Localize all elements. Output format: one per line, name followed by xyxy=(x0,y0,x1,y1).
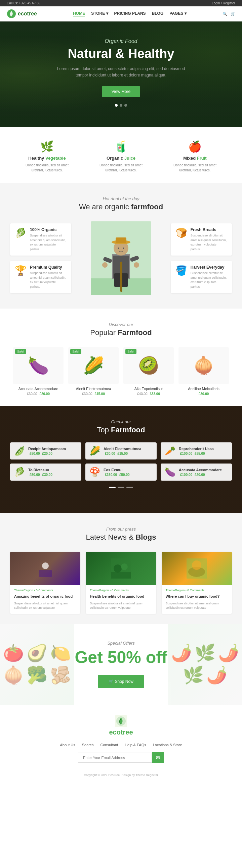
farm-card-4[interactable]: 🥬 To Dictasuo £50.00 £30.00 xyxy=(10,464,81,480)
farm-card-3-price: £100.00 £55.00 xyxy=(179,452,214,456)
product-onion-img: 🧅 xyxy=(179,347,229,384)
svg-rect-16 xyxy=(120,261,122,292)
nav-pricing[interactable]: PRICING PLANS xyxy=(114,11,146,17)
blog-title-3[interactable]: Where can I buy organic food? xyxy=(166,594,228,599)
farm-card-6-icon: 🍆 xyxy=(165,467,176,477)
farm-card-6-title: Accusata Accommodare xyxy=(179,468,222,472)
shop-now-button[interactable]: 🛒 Shop Now xyxy=(98,675,144,688)
deal-card-quality-title: Premium Quality xyxy=(30,265,66,270)
farm-card-3[interactable]: 🥕 Reprehenderit Ussa £100.00 £55.00 xyxy=(161,442,232,460)
farm-card-5-price: £150.00 £50.00 xyxy=(104,473,130,476)
hotdeal-section: Hot deal of the day We are organic farmf… xyxy=(0,183,242,309)
price-new-4: £30.00 xyxy=(199,392,209,396)
blog-title-1[interactable]: Amazing benefits of organic food xyxy=(14,594,76,599)
blog-content-1: ThemeRegion • 0 Comments Amazing benefit… xyxy=(10,585,80,614)
special-section: 🍅🥑🍋🧅🥦🫚 🌶️🌿🌶️🌿🌶️ Special Offers Get 50% o… xyxy=(0,624,242,705)
product-corn: Sale! 🌽 Alenit Electramutmea £30.00 £15.… xyxy=(68,347,119,396)
sale-badge-2: Sale! xyxy=(70,349,81,354)
deal-card-quality-desc: Suspendisse alirottur sit amet nisl quam… xyxy=(30,271,66,289)
topfarm-subtitle: Check our xyxy=(10,419,232,424)
search-icon[interactable]: 🔍 xyxy=(222,12,227,16)
price-new-1: £20.00 xyxy=(39,392,50,396)
hero-title: Natural & Healthy xyxy=(68,47,174,61)
deal-col-left: 🥬 100% Organic Suspendisse alirottur sit… xyxy=(10,223,71,293)
blogs-section: From our press Latest News & Blogs Theme… xyxy=(0,513,242,623)
nav-store[interactable]: STORE ▾ xyxy=(91,11,108,17)
svg-point-11 xyxy=(123,248,124,249)
special-label: Special Offers xyxy=(10,641,232,646)
logo[interactable]: ecotree xyxy=(7,9,37,19)
farm-card-2-icon: 🌽 xyxy=(89,446,100,456)
nav-home[interactable]: HOME xyxy=(73,11,85,17)
footer-copyright: Copyright © 2022 EcoFree. Design by Them… xyxy=(84,773,158,777)
blog-card-3[interactable]: ThemeRegion • 0 Comments Where can I buy… xyxy=(162,552,232,614)
price-old-3: £40.00 xyxy=(137,392,147,396)
farm-card-1[interactable]: 🫛 Recipit Antiopameam £50.00 £20.00 xyxy=(10,442,81,460)
nav-links: HOME STORE ▾ PRICING PLANS BLOG PAGES ▾ xyxy=(73,11,187,17)
blog-title-2[interactable]: Health benefits of organic food xyxy=(90,594,152,599)
farm-card-4-title: To Dictasuo xyxy=(28,468,52,472)
product-onion-name: Ancillae Meiculibris xyxy=(179,387,229,391)
deal-card-harvest-desc: Suspendisse alirottur sit amet nisl quam… xyxy=(191,271,227,289)
farm-card-5[interactable]: 🍄 Eos Exmul £150.00 £50.00 xyxy=(85,464,157,480)
cart-icon[interactable]: 🛒 xyxy=(231,12,235,16)
fruit-icon: 🍎 xyxy=(168,140,222,153)
footer-bottom: Copyright © 2022 EcoFree. Design by Them… xyxy=(7,770,235,777)
nav-blog[interactable]: BLOG xyxy=(152,11,164,17)
product-eggplant-img: Sale! 🍆 xyxy=(13,347,63,384)
hero-dots xyxy=(115,104,127,107)
deal-card-harvest: 🪣 Harvest Everyday Suspendisse alirottur… xyxy=(171,261,232,293)
blog-card-1[interactable]: ThemeRegion • 0 Comments Amazing benefit… xyxy=(10,552,80,614)
farm-card-6-price: £100.00 £20.00 xyxy=(179,473,222,476)
feature-fruit-desc: Donec tincidula, sed sit amet urethral, … xyxy=(168,163,222,173)
farm-card-1-price: £50.00 £20.00 xyxy=(28,452,66,456)
topbar-login[interactable]: Login / Register xyxy=(212,1,235,5)
footer-email-input[interactable] xyxy=(78,753,152,763)
svg-point-14 xyxy=(102,262,108,268)
farm-card-2[interactable]: 🌽 Alenit Electramutmea £30.00 £15.00 xyxy=(85,442,157,460)
deal-col-right: 🍞 Fresh Breads Suspendisse alirottur sit… xyxy=(171,223,232,293)
farm-grid: 🫛 Recipit Antiopameam £50.00 £20.00 🌽 Al… xyxy=(10,442,232,480)
hero-button[interactable]: View More xyxy=(102,86,140,97)
footer-link-faq[interactable]: Help & FAQs xyxy=(125,743,146,747)
topfarm-section: Check our Top Farmfood 🫛 Recipit Antiopa… xyxy=(0,406,242,513)
hero-dot-2 xyxy=(120,104,122,107)
feature-vegetable: 🌿 Healthy Vegetable Donec tincidula, sed… xyxy=(20,140,74,173)
footer-logo-text: ecotree xyxy=(7,728,235,736)
feature-vegetable-desc: Donec tincidula, sed sit amet urethral, … xyxy=(20,163,74,173)
footer-link-locations[interactable]: Locations & Store xyxy=(153,743,182,747)
footer-logo: ecotree xyxy=(7,715,235,736)
farm-card-3-icon: 🥕 xyxy=(165,446,176,456)
popular-section: Discover our Popular Farmfood Sale! 🍆 Ac… xyxy=(0,309,242,406)
topbar: Call us: +323 45 67 89 Login / Register xyxy=(0,0,242,6)
topbar-phone: Call us: +323 45 67 89 xyxy=(7,1,41,5)
farm-card-6[interactable]: 🍆 Accusata Accommodare £100.00 £20.00 xyxy=(161,464,232,480)
product-eggplant-price: £30.00 £20.00 xyxy=(13,392,63,396)
special-title: Get 50% off xyxy=(10,648,232,667)
deal-card-bread-desc: Suspendisse alirottur sit amet nisl quam… xyxy=(191,234,227,252)
footer-link-consultant[interactable]: Consultant xyxy=(101,743,118,747)
popular-title: Popular Farmfood xyxy=(7,328,235,337)
blog-meta-2: ThemeRegion • 0 Comments xyxy=(90,589,152,592)
footer-email-submit[interactable]: ✉ xyxy=(152,752,164,763)
harvest-icon: 🪣 xyxy=(176,265,187,276)
blog-grid: ThemeRegion • 0 Comments Amazing benefit… xyxy=(10,552,232,614)
blogs-title: Latest News & Blogs xyxy=(10,533,232,542)
blog-image-3 xyxy=(162,552,232,585)
product-eggplant: Sale! 🍆 Accusata Accommodare £30.00 £20.… xyxy=(13,347,63,396)
footer-link-search[interactable]: Search xyxy=(82,743,94,747)
blog-card-2[interactable]: ThemeRegion • 0 Comments Health benefits… xyxy=(86,552,156,614)
nav-pages[interactable]: PAGES ▾ xyxy=(169,11,186,17)
juice-icon: 🧃 xyxy=(94,140,148,153)
vegetable-icon: 🌿 xyxy=(20,140,74,153)
deal-card-organic-desc: Suspendisse alirottur sit amet nisl quam… xyxy=(30,234,66,252)
feature-fruit-title: Mixed Fruit xyxy=(168,156,222,161)
svg-point-21 xyxy=(114,564,122,572)
svg-rect-6 xyxy=(122,273,128,287)
footer-link-about[interactable]: About Us xyxy=(60,743,75,747)
hero-description: Lorem ipsum dolor sit amet, consectetur … xyxy=(50,66,192,79)
farm-dot-3 xyxy=(126,487,133,488)
deal-card-organic: 🥬 100% Organic Suspendisse alirottur sit… xyxy=(10,223,71,255)
blog-meta-3: ThemeRegion • 0 Comments xyxy=(166,589,228,592)
svg-rect-23 xyxy=(111,572,131,579)
